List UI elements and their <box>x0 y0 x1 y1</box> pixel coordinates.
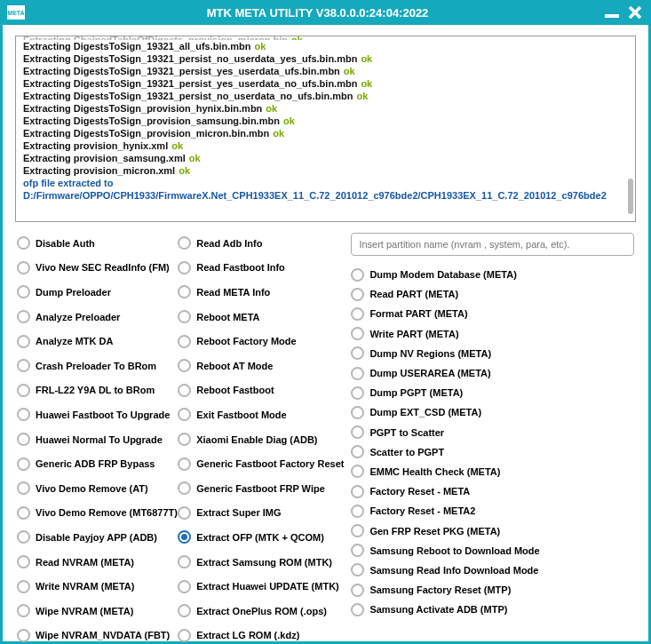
option-label: Crash Preloader To BRom <box>36 361 156 371</box>
option-radio[interactable]: Write PART (META) <box>351 324 634 344</box>
option-label: Vivo Demo Remove (AT) <box>36 483 148 494</box>
option-label: Write PART (META) <box>369 329 458 339</box>
option-radio[interactable]: Dump Modem Database (META) <box>351 265 634 284</box>
option-label: Dump Modem Database (META) <box>369 269 516 280</box>
option-radio[interactable]: EMMC Health Check (META) <box>351 462 634 481</box>
option-label: Analyze Preloader <box>36 312 120 322</box>
radio-icon <box>17 236 30 250</box>
option-radio[interactable]: Read NVRAM (META) <box>17 552 178 573</box>
option-radio[interactable]: Reboot META <box>178 306 351 328</box>
option-radio[interactable]: Extract Huawei UPDATE (MTK) <box>178 576 351 597</box>
option-radio[interactable]: Crash Preloader To BRom <box>17 355 178 377</box>
option-radio[interactable]: Huawei Normal To Upgrade <box>17 429 178 450</box>
radio-icon <box>351 544 364 557</box>
option-radio[interactable]: Scatter to PGPT <box>351 442 634 462</box>
option-label: Huawei Normal To Upgrade <box>36 434 163 445</box>
option-radio[interactable]: Analyze Preloader <box>17 306 178 328</box>
option-label: Factory Reset - META2 <box>369 505 475 516</box>
radio-icon <box>178 457 191 471</box>
option-label: Extract OnePlus ROM (.ops) <box>196 606 327 616</box>
option-label: Extract Huawei UPDATE (MTK) <box>196 581 339 592</box>
log-scrollbar[interactable] <box>626 38 633 219</box>
radio-icon <box>351 524 364 537</box>
option-radio[interactable]: Extract LG ROM (.kdz) <box>178 625 351 645</box>
option-radio[interactable]: Dump USERAREA (META) <box>351 363 634 383</box>
radio-icon <box>178 408 191 421</box>
option-label: Dump EXT_CSD (META) <box>369 407 481 417</box>
radio-icon <box>351 425 364 439</box>
option-label: Format PART (META) <box>369 308 467 319</box>
log-line: Extracting DigestsToSign_19321_persist_y… <box>23 77 628 90</box>
option-radio[interactable]: Extract OnePlus ROM (.ops) <box>178 600 351 622</box>
option-radio[interactable]: Exit Fastboot Mode <box>178 404 351 425</box>
option-radio[interactable]: Factory Reset - META <box>351 481 634 501</box>
option-radio[interactable]: Xiaomi Enable Diag (ADB) <box>178 429 351 450</box>
radio-icon <box>17 604 30 617</box>
option-radio[interactable]: Dump Preloader <box>17 282 178 303</box>
option-radio[interactable]: Samsung Read Info Download Mode <box>351 561 634 580</box>
option-radio[interactable]: Read Adb Info <box>178 233 351 254</box>
option-radio[interactable]: Vivo Demo Remove (MT6877T) <box>17 503 178 524</box>
option-radio[interactable]: Generic Fastboot FRP Wipe <box>178 478 351 499</box>
option-radio[interactable]: Vivo Demo Remove (AT) <box>17 478 178 499</box>
option-label: Generic ADB FRP Bypass <box>36 458 155 469</box>
option-radio[interactable]: Samsung Factory Reset (MTP) <box>351 580 634 600</box>
option-radio[interactable]: PGPT to Scatter <box>351 423 634 442</box>
option-radio[interactable]: Samsung Activate ADB (MTP) <box>351 600 634 619</box>
option-radio[interactable]: Wipe NVRAM_NVDATA (FBT) <box>17 625 178 645</box>
radio-icon <box>178 629 191 642</box>
option-radio[interactable]: Analyze MTK DA <box>17 330 178 352</box>
close-button[interactable] <box>626 4 644 21</box>
option-radio[interactable]: Read Fastboot Info <box>178 258 351 279</box>
option-radio[interactable]: Extract Super IMG <box>178 503 351 524</box>
option-radio[interactable]: Reboot Factory Mode <box>178 330 351 352</box>
radio-icon <box>351 268 364 282</box>
option-radio[interactable]: Generic ADB FRP Bypass <box>17 453 178 474</box>
option-radio[interactable]: Dump PGPT (META) <box>351 383 634 402</box>
radio-icon <box>351 367 364 380</box>
radio-icon <box>178 335 191 348</box>
scrollbar-thumb[interactable] <box>628 179 633 214</box>
option-radio[interactable]: Extract OFP (MTK + QCOM) <box>178 527 351 548</box>
option-radio[interactable]: Dump EXT_CSD (META) <box>351 402 634 422</box>
option-label: Wipe NVRAM_NVDATA (FBT) <box>36 630 170 640</box>
option-radio[interactable]: Samsung Reboot to Download Mode <box>351 541 634 561</box>
option-label: Vivo Demo Remove (MT6877T) <box>36 507 178 518</box>
option-radio[interactable]: Factory Reset - META2 <box>351 501 634 521</box>
log-output[interactable]: Extracting ChainedTableOfDigests_provisi… <box>15 36 636 222</box>
radio-icon <box>178 261 191 274</box>
radio-icon <box>178 236 191 250</box>
option-radio[interactable]: Reboot Fastboot <box>178 380 351 402</box>
option-label: EMMC Health Check (META) <box>369 466 500 477</box>
option-radio[interactable]: Generic Fastboot Factory Reset <box>178 453 351 474</box>
option-label: Analyze MTK DA <box>36 336 113 346</box>
partition-name-input[interactable] <box>351 233 634 256</box>
option-radio[interactable]: Read META Info <box>178 282 351 303</box>
option-radio[interactable]: Extract Samsung ROM (MTK) <box>178 552 351 573</box>
titlebar: META MTK META UTILITY V38.0.0.0:24:04:20… <box>0 0 651 25</box>
option-radio[interactable]: FRL-L22 Y9A DL to BRom <box>17 380 178 402</box>
option-radio[interactable]: Dump NV Regions (META) <box>351 344 634 363</box>
radio-icon <box>178 433 191 446</box>
window-title: MTK META UTILITY V38.0.0.0:24:04:2022 <box>32 6 603 20</box>
option-radio[interactable]: Vivo New SEC ReadInfo (FM) <box>17 258 178 279</box>
radio-icon <box>178 359 191 372</box>
option-radio[interactable]: Huawei Fastboot To Upgrade <box>17 404 178 425</box>
log-line: Extracting DigestsToSign_provision_micro… <box>23 127 628 139</box>
option-radio[interactable]: Gen FRP Reset PKG (META) <box>351 521 634 540</box>
option-label: Gen FRP Reset PKG (META) <box>369 526 500 537</box>
option-radio[interactable]: Read PART (META) <box>351 284 634 304</box>
option-radio[interactable]: Format PART (META) <box>351 304 634 323</box>
option-label: Huawei Fastboot To Upgrade <box>36 409 170 420</box>
option-radio[interactable]: Wipe NVRAM (META) <box>17 600 178 622</box>
option-radio[interactable]: Write NVRAM (META) <box>17 576 178 597</box>
option-radio[interactable]: Reboot AT Mode <box>178 355 351 377</box>
radio-icon <box>17 285 30 298</box>
options-column-1: Disable AuthVivo New SEC ReadInfo (FM)Du… <box>17 233 178 644</box>
option-label: Dump PGPT (META) <box>369 387 463 398</box>
option-radio[interactable]: Disable Auth <box>17 233 178 254</box>
options-column-3: Dump Modem Database (META)Read PART (MET… <box>351 233 634 644</box>
radio-icon <box>17 580 30 593</box>
option-radio[interactable]: Disable Payjoy APP (ADB) <box>17 527 178 548</box>
minimize-button[interactable] <box>603 4 621 21</box>
